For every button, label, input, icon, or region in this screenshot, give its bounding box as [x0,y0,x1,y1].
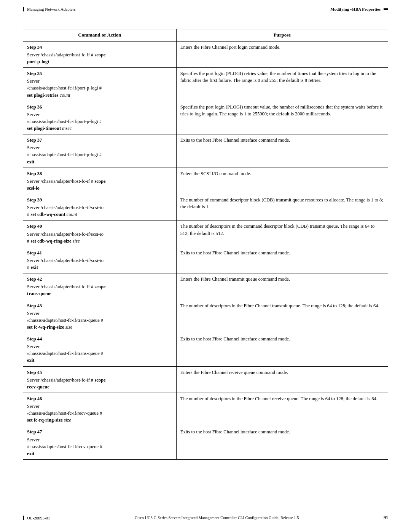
step-action-cell: Step 47Server/chassis/adapter/host-fc-if… [23,426,177,460]
purpose-cell: Enters the Fibre Channel port login comm… [176,41,388,67]
purpose-cell: Enters the Fibre Channel receive queue c… [176,366,388,393]
step-label: Step 43 [27,303,42,308]
page: Managing Network Adapters Modifying vHBA… [0,0,411,532]
step-label: Step 37 [27,137,42,143]
action-content: Server/chassis/adapter/host-fc-if/port-p… [27,78,172,98]
action-content: Server /chassis/adapter/host-fc-if/scsi-… [27,231,172,244]
table-row: Step 47Server/chassis/adapter/host-fc-if… [23,426,388,460]
table-row: Step 39Server /chassis/adapter/host-fc-i… [23,194,388,220]
step-label: Step 34 [27,45,42,50]
footer-doc-id: OL-28893-01 [23,516,50,520]
step-label: Step 44 [27,336,42,342]
col-header-purpose: Purpose [176,29,388,42]
purpose-cell: Enters the SCSI I/O command mode. [176,168,388,194]
table-row: Step 40Server /chassis/adapter/host-fc-i… [23,220,388,247]
header-left-title: Managing Network Adapters [23,7,76,11]
step-action-cell: Step 38Server /chassis/adapter/host-fc-i… [23,168,177,194]
table-row: Step 35Server/chassis/adapter/host-fc-if… [23,68,388,101]
page-footer: OL-28893-01 Cisco UCS C-Series Servers I… [0,515,411,521]
step-label: Step 38 [27,171,42,176]
action-content: Server/chassis/adapter/host-fc-if/port-p… [27,144,172,165]
action-content: Server /chassis/adapter/host-fc-if/scsi-… [27,204,172,218]
step-label: Step 41 [27,250,42,256]
action-content: Server/chassis/adapter/host-fc-if/recv-q… [27,436,172,457]
table-row: Step 37Server/chassis/adapter/host-fc-if… [23,134,388,168]
step-label: Step 45 [27,370,42,375]
action-content: Server /chassis/adapter/host-fc-if # sco… [27,283,172,297]
step-label: Step 42 [27,276,42,282]
step-label: Step 46 [27,396,42,401]
purpose-cell: Exits to the host Fibre Channel interfac… [176,247,388,273]
step-label: Step 35 [27,71,42,76]
action-content: Server/chassis/adapter/host-fc-if/trans-… [27,310,172,331]
purpose-cell: Enters the Fibre Channel transmit queue … [176,273,388,300]
step-action-cell: Step 40Server /chassis/adapter/host-fc-i… [23,220,177,247]
col-header-action: Command or Action [23,29,177,42]
footer-title: Cisco UCS C-Series Servers Integrated Ma… [50,516,384,520]
step-action-cell: Step 44Server/chassis/adapter/host-fc-if… [23,333,177,367]
footer-page-number: 91 [384,515,388,521]
purpose-cell: The number of command descriptor block (… [176,194,388,220]
table-row: Step 36Server/chassis/adapter/host-fc-if… [23,101,388,134]
table-row: Step 38Server /chassis/adapter/host-fc-i… [23,168,388,194]
purpose-cell: The number of descriptors in the Fibre C… [176,300,388,333]
table-row: Step 44Server/chassis/adapter/host-fc-if… [23,333,388,367]
action-content: Server /chassis/adapter/host-fc-if/scsi-… [27,257,172,271]
steps-table: Command or Action Purpose Step 34Server … [23,29,388,460]
purpose-cell: The number of descriptors in the Fibre C… [176,393,388,426]
step-action-cell: Step 39Server /chassis/adapter/host-fc-i… [23,194,177,220]
header-right-area: Modifying vHBA Properties [330,7,388,11]
header-right-title: Modifying vHBA Properties [330,7,381,11]
page-header: Managing Network Adapters Modifying vHBA… [0,0,411,14]
table-row: Step 42Server /chassis/adapter/host-fc-i… [23,273,388,300]
purpose-cell: Specifies the port login (PLOGI) timeout… [176,101,388,134]
step-action-cell: Step 37Server/chassis/adapter/host-fc-if… [23,134,177,168]
main-content: Command or Action Purpose Step 34Server … [0,14,411,482]
table-row: Step 43Server/chassis/adapter/host-fc-if… [23,300,388,333]
step-action-cell: Step 46Server/chassis/adapter/host-fc-if… [23,393,177,426]
step-label: Step 47 [27,429,42,435]
purpose-cell: Exits to the host Fibre Channel interfac… [176,333,388,367]
purpose-cell: The number of descriptors in the command… [176,220,388,247]
table-row: Step 45Server /chassis/adapter/host-fc-i… [23,366,388,393]
purpose-cell: Exits to the host Fibre Channel interfac… [176,426,388,460]
action-content: Server/chassis/adapter/host-fc-if/trans-… [27,343,172,364]
step-label: Step 36 [27,104,42,110]
step-action-cell: Step 43Server/chassis/adapter/host-fc-if… [23,300,177,333]
table-row: Step 34Server /chassis/adapter/host-fc-i… [23,41,388,67]
table-row: Step 46Server/chassis/adapter/host-fc-if… [23,393,388,426]
action-content: Server/chassis/adapter/host-fc-if/port-p… [27,111,172,132]
purpose-cell: Specifies the port login (PLOGI) retries… [176,68,388,101]
step-action-cell: Step 41Server /chassis/adapter/host-fc-i… [23,247,177,273]
table-row: Step 41Server /chassis/adapter/host-fc-i… [23,247,388,273]
action-content: Server /chassis/adapter/host-fc-if # sco… [27,377,172,390]
step-label: Step 40 [27,224,42,229]
step-action-cell: Step 42Server /chassis/adapter/host-fc-i… [23,273,177,300]
step-action-cell: Step 45Server /chassis/adapter/host-fc-i… [23,366,177,393]
header-right-block [384,8,388,10]
step-label: Step 39 [27,197,42,203]
purpose-cell: Exits to the host Fibre Channel interfac… [176,134,388,168]
action-content: Server /chassis/adapter/host-fc-if # sco… [27,51,172,65]
action-content: Server /chassis/adapter/host-fc-if # sco… [27,178,172,192]
step-action-cell: Step 35Server/chassis/adapter/host-fc-if… [23,68,177,101]
step-action-cell: Step 36Server/chassis/adapter/host-fc-if… [23,101,177,134]
step-action-cell: Step 34Server /chassis/adapter/host-fc-i… [23,41,177,67]
action-content: Server/chassis/adapter/host-fc-if/recv-q… [27,403,172,423]
